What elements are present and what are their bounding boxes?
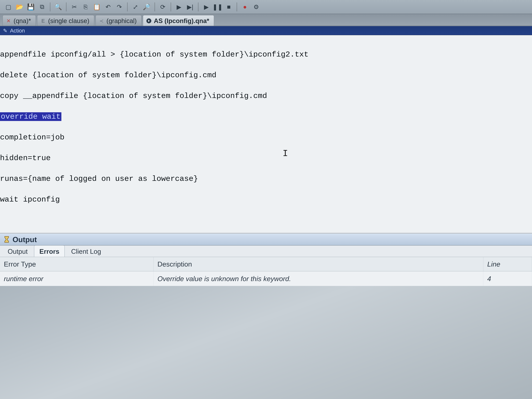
redo-icon[interactable]: ↷ [115,2,124,11]
code-line: delete {location of system folder}\ipcon… [0,70,532,80]
output-panel-header[interactable]: Output [0,233,532,246]
record-icon[interactable]: ● [241,2,249,11]
tab-label: AS (Ipconfig).qna* [154,17,209,25]
stop-icon[interactable]: ■ [224,2,233,11]
action-script-editor[interactable]: appendfile ipconfig/all > {location of s… [0,35,532,233]
toolbar-separator [50,2,51,11]
new-file-icon[interactable]: ▢ [4,2,13,11]
tab-single-clause[interactable]: E (single clause) [37,15,94,26]
col-line[interactable]: Line [483,257,532,271]
macro-icon[interactable]: ⚙ [252,2,261,11]
text-selection: override wait [0,112,61,121]
tab-label: (single clause) [48,17,89,25]
pause-icon[interactable]: ❚❚ [213,2,222,11]
subtab-client-log[interactable]: Client Log [66,245,106,257]
table-row[interactable]: runtime error Override value is unknown … [0,271,532,286]
wand-icon: ✎ [3,28,7,34]
toolbar-separator [198,2,198,11]
editor-bar-title: Action [10,28,25,34]
code-line: appendfile ipconfig/all > {location of s… [0,49,532,60]
open-file-icon[interactable]: 📂 [15,2,24,11]
toolbar-separator [154,2,155,11]
cut-icon[interactable]: ✂ [70,2,79,11]
undo-icon[interactable]: ↶ [104,2,113,11]
save-icon[interactable]: 💾 [26,2,35,11]
toolbar-separator [66,2,66,11]
subtab-output[interactable]: Output [2,245,33,257]
tab-label: (qna)* [13,17,31,25]
code-line-selected: override wait [0,112,532,122]
refresh-icon[interactable]: ⟳ [158,2,167,11]
run-step-icon[interactable]: ▶| [186,2,195,11]
col-description[interactable]: Description [153,257,483,271]
main-toolbar: ▢ 📂 💾 ⧉ 🔍 ✂ ⎘ 📋 ↶ ↷ ⤢ 🔎 ⟳ ▶ ▶| ▶ ❚❚ ■ ● … [0,0,532,14]
cell-error-type: runtime error [0,271,153,286]
toolbar-separator [127,2,128,11]
x-icon: ✕ [6,18,11,24]
relevance-icon: ≺ [99,18,104,24]
run-icon[interactable]: ▶ [174,2,184,11]
app-window: ▢ 📂 💾 ⧉ 🔍 ✂ ⎘ 📋 ↶ ↷ ⤢ 🔎 ⟳ ▶ ▶| ▶ ❚❚ ■ ● … [0,0,532,399]
tab-as-ipconfig[interactable]: AS (Ipconfig).qna* [143,15,214,26]
code-line: completion=job [0,132,532,143]
cell-description: Override value is unknown for this keywo… [153,271,483,286]
tab-label: (graphical) [107,17,137,25]
e-icon: E [40,18,46,24]
code-line: runas={name of logged on user as lowerca… [0,174,532,184]
paste-icon[interactable]: 📋 [92,2,101,11]
output-panel: Output Output Errors Client Log Error Ty… [0,233,532,286]
output-subtabs: Output Errors Client Log [0,246,532,257]
tab-graphical[interactable]: ≺ (graphical) [95,15,142,26]
cell-line: 4 [483,271,532,286]
tab-qna[interactable]: ✕ (qna)* [3,15,36,26]
subtab-errors[interactable]: Errors [34,245,65,257]
copy-icon[interactable]: ⎘ [81,2,90,11]
errors-table: Error Type Description Line runtime erro… [0,257,532,286]
search-icon[interactable]: 🔍 [54,2,63,11]
toolbar-separator [171,2,171,11]
toolbar-separator [237,2,237,11]
code-line: hidden=true [0,153,532,163]
hourglass-icon [4,235,10,243]
code-line: wait ipconfig [0,194,532,205]
editor-tabstrip: ✕ (qna)* E (single clause) ≺ (graphical)… [0,14,532,26]
table-header-row: Error Type Description Line [0,257,532,271]
output-panel-title: Output [13,235,37,244]
zoom-icon[interactable]: 🔎 [142,2,151,11]
arrow-right-circle-icon [146,18,152,24]
col-error-type[interactable]: Error Type [0,257,153,271]
zoom-fit-icon[interactable]: ⤢ [131,2,140,11]
save-all-icon[interactable]: ⧉ [38,2,47,11]
editor-title-bar: ✎ Action [0,26,532,35]
text-caret-icon: I [283,148,288,160]
code-line: copy __appendfile {location of system fo… [0,91,532,101]
play-icon[interactable]: ▶ [202,2,211,11]
